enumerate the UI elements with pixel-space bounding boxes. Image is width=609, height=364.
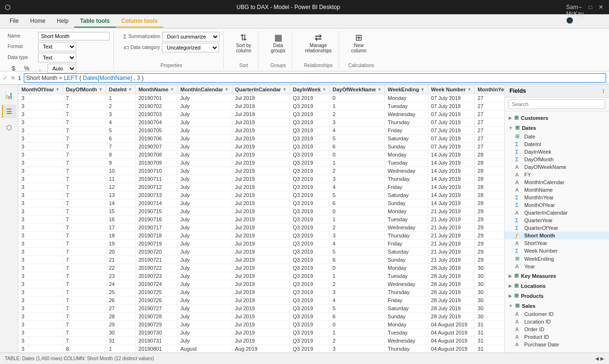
table-cell: 13 [106,191,135,199]
minimize-button[interactable]: – [577,4,583,10]
window-controls[interactable]: Sam McKay 🌑 – □ ✕ [566,4,604,10]
formula-x-icon[interactable]: ✕ [10,75,15,81]
sort-by-column-button[interactable]: ⇅ Sort bycolumn [233,32,254,55]
fields-search-input[interactable] [509,99,605,109]
field-item-location-id[interactable]: ALocation ID [505,318,609,325]
field-item-dayofweekname[interactable]: ADayOfWeekName [505,163,609,171]
field-item-weekending[interactable]: ⊞WeekEnding [505,255,609,263]
maximize-button[interactable]: □ [587,4,594,10]
tab-home[interactable]: Home [24,15,51,28]
field-item-shortyear[interactable]: AShortYear [505,239,609,247]
sort-weekending-icon[interactable]: ▼ [420,87,425,92]
currency-button[interactable]: $ [8,64,19,73]
format-select[interactable]: Text [38,42,76,51]
field-item-short-month[interactable]: ƒShort Month [505,232,609,239]
col-header-weeknumber[interactable]: Week Number▼ [428,85,475,94]
manage-relationships-button[interactable]: ⇄ Managerelationships [302,32,334,55]
field-group-header[interactable]: ▶⊞ Products [505,291,609,300]
field-item-date[interactable]: ⊞Date [505,132,609,140]
field-item-dayofmonth[interactable]: ΣDayOfMonth [505,156,609,163]
formula-input[interactable]: Short Month = LEFT ( Dates[MonthName] , … [24,73,606,83]
datatype-select[interactable]: Text [38,53,76,62]
field-item-quarteryear[interactable]: ΣQuarterYear [505,216,609,224]
field-item-monthofyear[interactable]: ΣMonthOfYear [505,201,609,209]
table-cell: Jul 2019 [232,118,290,127]
table-scroll[interactable]: MonthOfYear▼ DayOfMonth▼ DateInt▼ MonthN… [18,85,504,353]
formula-check-icon[interactable]: ✓ [3,75,8,81]
new-column-button[interactable]: ⊞ Newcolumn [349,32,369,55]
table-cell: July [177,207,232,216]
col-header-quarterincalendar[interactable]: QuarterInCalendar▼ [232,85,290,94]
datatype-label: Data type [8,55,36,60]
col-header-dayofweekname[interactable]: DayOfWeekName▼ [329,85,385,94]
percent-button[interactable]: % [21,64,32,73]
tab-help[interactable]: Help [51,15,74,28]
field-group-header[interactable]: ▶⊞ Locations [505,281,609,290]
datacategory-select[interactable]: Uncategorized [162,43,219,52]
model-view-icon[interactable]: ⬡ [2,121,16,134]
field-item-year[interactable]: AYear [505,263,609,270]
table-cell: 23 [106,272,135,280]
field-group-header[interactable]: ▼⊞ Dates [505,123,609,132]
user-badge[interactable]: Sam McKay 🌑 [566,4,573,10]
table-cell: Q3 2019 [290,199,329,207]
table-cell: 29 [475,240,504,248]
col-header-monthofyear[interactable]: MonthOfYear▼ [19,85,63,94]
report-view-icon[interactable]: 📊 [2,89,16,102]
field-item-quarterofyear[interactable]: ΣQuarterOfYear [505,224,609,232]
field-group-header[interactable]: ▼⊞ Sales [505,301,609,310]
auto-select[interactable]: Auto [48,64,76,73]
tab-table-tools[interactable]: Table tools [74,15,115,28]
sort-dayofweekname-icon[interactable]: ▼ [377,87,381,92]
sort-dayofmonth-icon[interactable]: ▼ [99,87,103,92]
col-header-dayinweek[interactable]: DayInWeek▼ [290,85,329,94]
field-item-monthname[interactable]: AMonthName [505,186,609,194]
table-cell: 04 August 2019 [428,321,475,329]
col-header-dateint[interactable]: DateInt▼ [106,85,135,94]
sort-quarterincalendar-icon[interactable]: ▼ [282,87,287,92]
data-view-icon[interactable]: ☰ [2,105,16,118]
field-item-fy[interactable]: AFY [505,171,609,178]
field-item-monthinyear[interactable]: ΣMonthInYear [505,194,609,201]
fields-collapse-button[interactable]: ⟩ [602,89,604,94]
field-group-header[interactable]: ▶⊞ Key Measures [505,271,609,280]
field-item-week-number[interactable]: ΣWeek Number [505,247,609,255]
comma-button[interactable]: , [34,64,46,73]
field-item-monthincalendar[interactable]: AMonthInCalendar [505,178,609,186]
table-cell: 7 [63,296,106,305]
field-item-purchase-date[interactable]: APurchase Date [505,341,609,348]
col-header-monthincalendar[interactable]: MonthInCalendar▼ [177,85,232,94]
data-groups-button[interactable]: ▦ Datagroups [268,32,289,55]
group-table-icon: ⊞ [515,303,519,309]
col-header-weekending[interactable]: WeekEnding▼ [385,85,428,94]
sort-dayinweek-icon[interactable]: ▼ [322,87,327,92]
col-header-dayofmonth[interactable]: DayOfMonth▼ [63,85,106,94]
field-item-dateint[interactable]: ΣDateInt [505,140,609,148]
summarization-select[interactable]: Don't summarize Sum Average [162,32,220,41]
sort-monthname-icon[interactable]: ▼ [170,87,174,92]
field-item-quarterincalendar[interactable]: AQuarterInCalendar [505,209,609,216]
table-cell: July [177,224,232,232]
tab-column-tools[interactable]: Column tools [116,15,164,28]
sort-dateint-icon[interactable]: ▼ [128,87,132,92]
table-cell: July [177,272,232,280]
field-item-customer-id[interactable]: ACustomer ID [505,310,609,318]
table-cell: 30 [475,313,504,321]
close-button[interactable]: ✕ [598,4,604,10]
sort-monthofyear-icon[interactable]: ▼ [55,87,60,92]
sort-weeknumber-icon[interactable]: ▼ [467,87,471,92]
name-row: Name [8,32,110,40]
group-name-label: Sales [522,303,536,309]
col-header-monthinyear[interactable]: MonthInYear▼ [475,85,504,94]
table-cell: 26 [106,296,135,305]
tab-file[interactable]: File [4,15,24,28]
sort-monthincalendar-icon[interactable]: ▼ [225,87,229,92]
field-item-order-id[interactable]: AOrder ID [505,325,609,333]
field-group-header[interactable]: ▶⊞ Customers [505,113,609,122]
field-item-dayinweek[interactable]: ΣDayInWeek [505,148,609,156]
name-input[interactable] [38,32,110,40]
col-header-monthname[interactable]: MonthName▼ [135,85,177,94]
scrollbar-area[interactable]: ◀ ▶ [595,356,604,361]
field-item-product-id[interactable]: AProduct ID [505,333,609,341]
table-cell: 20190716 [135,216,177,224]
